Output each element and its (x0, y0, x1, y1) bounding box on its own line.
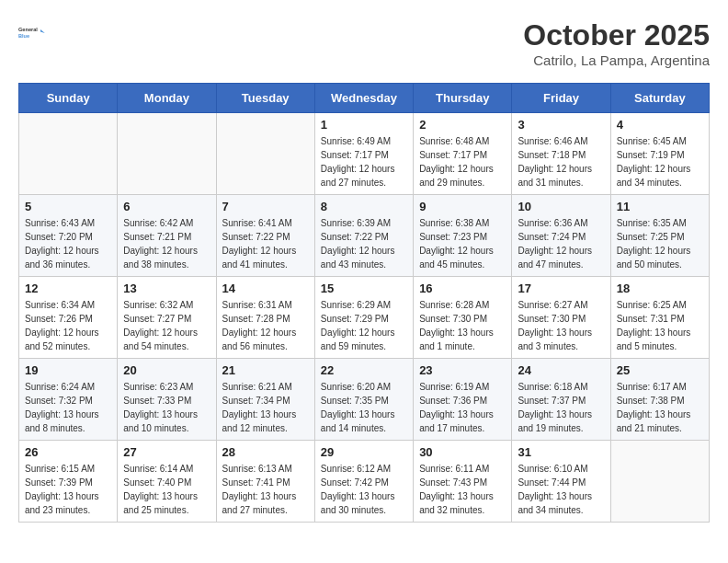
weekday-header-thursday: Thursday (414, 84, 512, 113)
calendar-cell: 30Sunrise: 6:11 AMSunset: 7:43 PMDayligh… (414, 441, 512, 523)
day-number: 7 (222, 200, 309, 213)
calendar-cell: 14Sunrise: 6:31 AMSunset: 7:28 PMDayligh… (216, 277, 314, 359)
day-number: 24 (518, 363, 604, 377)
calendar-cell (19, 113, 118, 195)
calendar-cell: 3Sunrise: 6:46 AMSunset: 7:18 PMDaylight… (512, 113, 610, 195)
calendar-cell: 21Sunrise: 6:21 AMSunset: 7:34 PMDayligh… (216, 359, 314, 441)
day-number: 16 (419, 282, 506, 295)
day-info: Sunrise: 6:27 AMSunset: 7:30 PMDaylight:… (518, 298, 604, 353)
calendar-cell: 22Sunrise: 6:20 AMSunset: 7:35 PMDayligh… (314, 359, 413, 441)
day-number: 4 (617, 118, 703, 132)
calendar-cell: 16Sunrise: 6:28 AMSunset: 7:30 PMDayligh… (414, 277, 512, 359)
calendar-cell (118, 113, 216, 195)
day-info: Sunrise: 6:25 AMSunset: 7:31 PMDaylight:… (617, 298, 703, 353)
day-number: 22 (321, 363, 407, 377)
logo: GeneralBlue General Blue (18, 18, 48, 48)
day-number: 15 (321, 282, 407, 295)
weekday-header-friday: Friday (512, 84, 610, 113)
day-number: 31 (518, 445, 604, 459)
day-info: Sunrise: 6:15 AMSunset: 7:39 PMDaylight:… (25, 462, 111, 517)
day-info: Sunrise: 6:48 AMSunset: 7:17 PMDaylight:… (419, 134, 506, 190)
calendar-cell: 25Sunrise: 6:17 AMSunset: 7:38 PMDayligh… (610, 359, 709, 441)
day-info: Sunrise: 6:36 AMSunset: 7:24 PMDaylight:… (518, 216, 604, 271)
calendar-cell: 29Sunrise: 6:12 AMSunset: 7:42 PMDayligh… (314, 441, 413, 523)
day-number: 9 (419, 200, 506, 213)
day-info: Sunrise: 6:38 AMSunset: 7:23 PMDaylight:… (419, 216, 506, 271)
page-header: GeneralBlue General Blue October 2025 Ca… (18, 18, 710, 68)
day-number: 29 (321, 445, 407, 459)
day-number: 30 (419, 445, 506, 459)
calendar-cell: 12Sunrise: 6:34 AMSunset: 7:26 PMDayligh… (19, 277, 118, 359)
weekday-header-sunday: Sunday (19, 84, 118, 113)
day-info: Sunrise: 6:11 AMSunset: 7:43 PMDaylight:… (419, 462, 506, 517)
day-number: 21 (222, 363, 309, 377)
day-number: 19 (25, 363, 111, 377)
day-info: Sunrise: 6:13 AMSunset: 7:41 PMDaylight:… (222, 462, 309, 517)
calendar-cell (216, 113, 314, 195)
day-info: Sunrise: 6:31 AMSunset: 7:28 PMDaylight:… (222, 298, 309, 353)
logo-icon: GeneralBlue (18, 18, 48, 48)
weekday-header-saturday: Saturday (610, 84, 709, 113)
day-number: 12 (25, 282, 111, 295)
day-number: 8 (321, 200, 407, 213)
calendar-week-3: 12Sunrise: 6:34 AMSunset: 7:26 PMDayligh… (19, 277, 710, 359)
day-info: Sunrise: 6:23 AMSunset: 7:33 PMDaylight:… (123, 380, 210, 435)
day-info: Sunrise: 6:41 AMSunset: 7:22 PMDaylight:… (222, 216, 309, 271)
day-info: Sunrise: 6:14 AMSunset: 7:40 PMDaylight:… (123, 462, 210, 517)
day-info: Sunrise: 6:34 AMSunset: 7:26 PMDaylight:… (25, 298, 111, 353)
day-number: 5 (25, 200, 111, 213)
calendar-cell: 2Sunrise: 6:48 AMSunset: 7:17 PMDaylight… (414, 113, 512, 195)
day-number: 17 (518, 282, 604, 295)
weekday-header-row: SundayMondayTuesdayWednesdayThursdayFrid… (19, 84, 710, 113)
day-number: 26 (25, 445, 111, 459)
calendar-cell: 11Sunrise: 6:35 AMSunset: 7:25 PMDayligh… (610, 195, 709, 277)
calendar-cell: 27Sunrise: 6:14 AMSunset: 7:40 PMDayligh… (118, 441, 216, 523)
calendar-cell: 19Sunrise: 6:24 AMSunset: 7:32 PMDayligh… (19, 359, 118, 441)
weekday-header-wednesday: Wednesday (314, 84, 413, 113)
calendar-cell: 15Sunrise: 6:29 AMSunset: 7:29 PMDayligh… (314, 277, 413, 359)
day-info: Sunrise: 6:45 AMSunset: 7:19 PMDaylight:… (617, 134, 703, 190)
calendar-cell: 23Sunrise: 6:19 AMSunset: 7:36 PMDayligh… (414, 359, 512, 441)
day-info: Sunrise: 6:42 AMSunset: 7:21 PMDaylight:… (123, 216, 210, 271)
calendar-cell: 18Sunrise: 6:25 AMSunset: 7:31 PMDayligh… (610, 277, 709, 359)
calendar-week-4: 19Sunrise: 6:24 AMSunset: 7:32 PMDayligh… (19, 359, 710, 441)
day-number: 13 (123, 282, 210, 295)
title-block: October 2025 Catrilo, La Pampa, Argentin… (523, 18, 710, 68)
day-info: Sunrise: 6:35 AMSunset: 7:25 PMDaylight:… (617, 216, 703, 271)
day-info: Sunrise: 6:28 AMSunset: 7:30 PMDaylight:… (419, 298, 506, 353)
weekday-header-monday: Monday (118, 84, 216, 113)
calendar-cell: 20Sunrise: 6:23 AMSunset: 7:33 PMDayligh… (118, 359, 216, 441)
calendar-cell: 8Sunrise: 6:39 AMSunset: 7:22 PMDaylight… (314, 195, 413, 277)
day-info: Sunrise: 6:39 AMSunset: 7:22 PMDaylight:… (321, 216, 407, 271)
day-info: Sunrise: 6:10 AMSunset: 7:44 PMDaylight:… (518, 462, 604, 517)
weekday-header-tuesday: Tuesday (216, 84, 314, 113)
day-number: 14 (222, 282, 309, 295)
day-number: 20 (123, 363, 210, 377)
day-info: Sunrise: 6:17 AMSunset: 7:38 PMDaylight:… (617, 380, 703, 435)
calendar-cell: 17Sunrise: 6:27 AMSunset: 7:30 PMDayligh… (512, 277, 610, 359)
calendar-week-5: 26Sunrise: 6:15 AMSunset: 7:39 PMDayligh… (19, 441, 710, 523)
day-info: Sunrise: 6:19 AMSunset: 7:36 PMDaylight:… (419, 380, 506, 435)
calendar-cell: 6Sunrise: 6:42 AMSunset: 7:21 PMDaylight… (118, 195, 216, 277)
calendar-cell: 7Sunrise: 6:41 AMSunset: 7:22 PMDaylight… (216, 195, 314, 277)
day-info: Sunrise: 6:49 AMSunset: 7:17 PMDaylight:… (321, 134, 407, 190)
day-number: 10 (518, 200, 604, 213)
day-number: 28 (222, 445, 309, 459)
calendar-cell: 9Sunrise: 6:38 AMSunset: 7:23 PMDaylight… (414, 195, 512, 277)
calendar-cell: 13Sunrise: 6:32 AMSunset: 7:27 PMDayligh… (118, 277, 216, 359)
day-info: Sunrise: 6:12 AMSunset: 7:42 PMDaylight:… (321, 462, 407, 517)
day-number: 27 (123, 445, 210, 459)
svg-text:General: General (18, 27, 38, 32)
day-info: Sunrise: 6:20 AMSunset: 7:35 PMDaylight:… (321, 380, 407, 435)
day-info: Sunrise: 6:29 AMSunset: 7:29 PMDaylight:… (321, 298, 407, 353)
calendar-cell: 31Sunrise: 6:10 AMSunset: 7:44 PMDayligh… (512, 441, 610, 523)
day-number: 25 (617, 363, 703, 377)
calendar-cell: 28Sunrise: 6:13 AMSunset: 7:41 PMDayligh… (216, 441, 314, 523)
day-number: 6 (123, 200, 210, 213)
day-info: Sunrise: 6:21 AMSunset: 7:34 PMDaylight:… (222, 380, 309, 435)
calendar-table: SundayMondayTuesdayWednesdayThursdayFrid… (18, 83, 710, 523)
svg-text:Blue: Blue (18, 33, 29, 39)
day-info: Sunrise: 6:24 AMSunset: 7:32 PMDaylight:… (25, 380, 111, 435)
svg-marker-2 (40, 29, 45, 33)
calendar-week-2: 5Sunrise: 6:43 AMSunset: 7:20 PMDaylight… (19, 195, 710, 277)
